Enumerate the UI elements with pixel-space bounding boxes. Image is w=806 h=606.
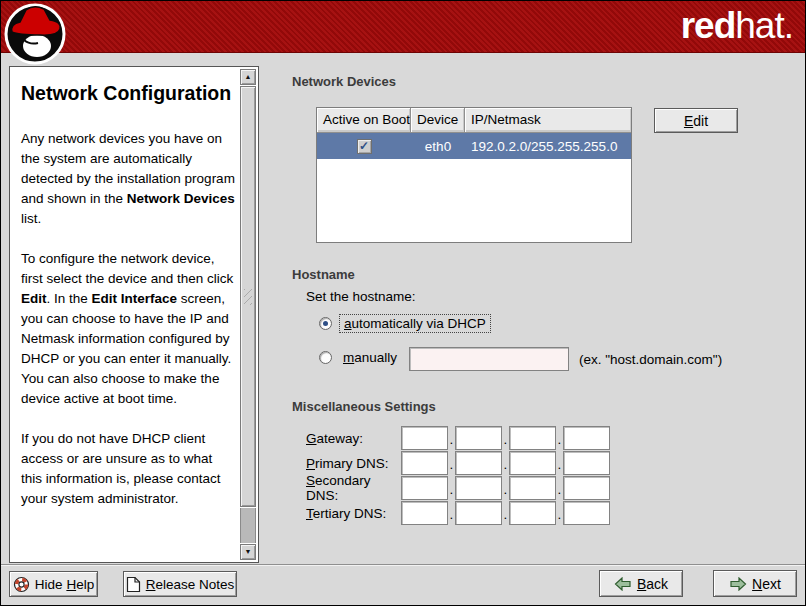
tertiary-dns-octet-1[interactable]	[401, 501, 448, 525]
scroll-trough[interactable]	[240, 508, 256, 543]
device-cell: eth0	[411, 139, 465, 154]
next-button-label: Next	[752, 576, 781, 592]
help-panel: Network Configuration Any network device…	[9, 66, 259, 563]
back-button[interactable]: Back	[599, 570, 683, 597]
hide-help-label: Hide Help	[35, 577, 94, 592]
column-header-ip-netmask[interactable]: IP/Netmask	[465, 108, 631, 133]
manual-hostname-input[interactable]	[409, 347, 569, 371]
help-paragraph-1: Any network devices you have on the syst…	[21, 129, 236, 229]
network-devices-section-label: Network Devices	[292, 74, 396, 89]
tertiary-dns-octet-3[interactable]	[509, 501, 556, 525]
column-header-active-on-boot[interactable]: Active on Boot	[317, 108, 411, 133]
scroll-down-button[interactable]: ▼	[240, 544, 256, 560]
gateway-label: Gateway:	[306, 431, 401, 446]
misc-settings-section-label: Miscellaneous Settings	[292, 399, 436, 414]
primary-dns-octet-2[interactable]	[455, 451, 502, 475]
primary-dns-octet-1[interactable]	[401, 451, 448, 475]
manual-label[interactable]: manually	[339, 349, 401, 366]
scroll-down-icon: ▼	[245, 548, 252, 555]
radio-manual[interactable]	[319, 351, 332, 364]
gateway-row: Gateway: ...	[306, 426, 610, 450]
secondary-dns-octet-4[interactable]	[563, 476, 610, 500]
footer-separator	[1, 564, 805, 566]
auto-dhcp-label[interactable]: automatically via DHCP	[339, 314, 491, 333]
release-notes-button[interactable]: Release Notes	[123, 571, 237, 597]
edit-button-label: Edit	[684, 113, 708, 129]
help-scrollbar[interactable]: ▲ ▼	[240, 69, 256, 560]
tertiary-dns-label: Tertiary DNS:	[306, 506, 401, 521]
back-button-label: Back	[637, 576, 668, 592]
release-notes-label: Release Notes	[146, 577, 235, 592]
primary-dns-octet-3[interactable]	[509, 451, 556, 475]
set-hostname-prompt: Set the hostname:	[306, 289, 416, 304]
back-arrow-icon	[614, 577, 632, 591]
radio-selected-dot	[323, 321, 328, 326]
hostname-section-label: Hostname	[292, 267, 355, 282]
secondary-dns-row: Secondary DNS: ...	[306, 476, 610, 500]
next-button[interactable]: Next	[713, 570, 797, 597]
installer-window: redhat. Network Configuration Any networ…	[0, 0, 806, 606]
gateway-octet-1[interactable]	[401, 426, 448, 450]
help-text: Network Configuration Any network device…	[10, 67, 238, 562]
radio-automatic-dhcp[interactable]	[319, 317, 332, 330]
help-paragraph-2: To configure the network device, first s…	[21, 249, 236, 409]
gateway-octet-2[interactable]	[455, 426, 502, 450]
help-paragraph-3: If you do not have DHCP client access or…	[21, 429, 236, 509]
next-arrow-icon	[729, 577, 747, 591]
network-devices-table: Active on Boot Device IP/Netmask ✓ eth0 …	[316, 107, 632, 243]
hostname-manual-option[interactable]: manually	[319, 349, 401, 366]
scroll-grip-icon	[244, 289, 252, 305]
help-title: Network Configuration	[21, 78, 236, 109]
hostname-hint: (ex. "host.domain.com")	[579, 352, 722, 367]
table-row-eth0[interactable]: ✓ eth0 192.0.2.0/255.255.255.0	[317, 133, 631, 159]
gateway-octet-3[interactable]	[509, 426, 556, 450]
active-on-boot-checkbox[interactable]: ✓	[357, 139, 372, 154]
secondary-dns-label: Secondary DNS:	[306, 473, 401, 503]
primary-dns-row: Primary DNS: ...	[306, 451, 610, 475]
ip-netmask-cell: 192.0.2.0/255.255.255.0	[465, 139, 631, 154]
edit-button[interactable]: Edit	[654, 108, 738, 133]
redhat-shadowman-logo	[4, 2, 68, 66]
top-banner: redhat.	[1, 1, 805, 53]
hide-help-button[interactable]: Hide Help	[9, 571, 98, 597]
column-header-device[interactable]: Device	[411, 108, 465, 133]
primary-dns-octet-4[interactable]	[563, 451, 610, 475]
scroll-thumb[interactable]	[240, 86, 256, 507]
tertiary-dns-octet-2[interactable]	[455, 501, 502, 525]
tertiary-dns-octet-4[interactable]	[563, 501, 610, 525]
active-on-boot-cell: ✓	[317, 139, 411, 154]
document-icon	[126, 576, 141, 593]
redhat-wordmark: redhat.	[681, 5, 793, 47]
secondary-dns-octet-1[interactable]	[401, 476, 448, 500]
tertiary-dns-row: Tertiary DNS: ...	[306, 501, 610, 525]
secondary-dns-octet-3[interactable]	[509, 476, 556, 500]
checkmark-icon: ✓	[359, 139, 369, 153]
secondary-dns-octet-2[interactable]	[455, 476, 502, 500]
hostname-auto-option[interactable]: automatically via DHCP	[319, 314, 491, 333]
table-header-row: Active on Boot Device IP/Netmask	[317, 108, 631, 133]
scroll-up-icon: ▲	[245, 73, 252, 80]
gateway-octet-4[interactable]	[563, 426, 610, 450]
life-preserver-icon	[13, 576, 30, 593]
scroll-up-button[interactable]: ▲	[240, 69, 256, 85]
primary-dns-label: Primary DNS:	[306, 456, 401, 471]
